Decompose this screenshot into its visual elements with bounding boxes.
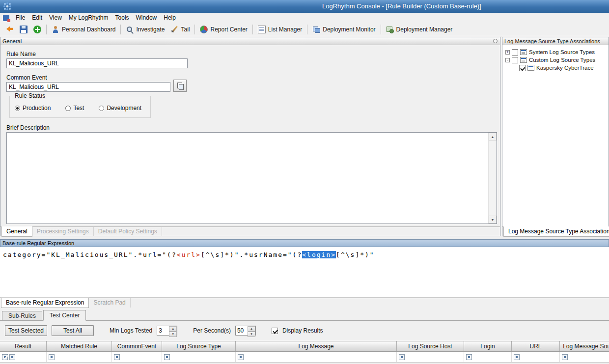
radio-option-production[interactable]: Production bbox=[15, 105, 51, 112]
column-header-commonevent[interactable]: CommonEvent bbox=[112, 341, 162, 351]
common-event-browse-button[interactable] bbox=[173, 80, 187, 92]
rule-name-label: Rule Name bbox=[6, 51, 36, 57]
test-selected-button[interactable]: Test Selected bbox=[5, 325, 47, 336]
menu-edit[interactable]: Edit bbox=[28, 13, 46, 22]
tab-log-message-source-type-associations[interactable]: Log Message Source Type Associations bbox=[503, 226, 609, 237]
radio-test-icon[interactable] bbox=[65, 106, 71, 111]
toolbar-separator bbox=[120, 25, 121, 34]
menu-help[interactable]: Help bbox=[160, 13, 179, 22]
radio-option-label: Production bbox=[23, 105, 51, 112]
toolbar-separator bbox=[252, 25, 253, 34]
common-event-input[interactable] bbox=[6, 82, 170, 92]
copy-icon bbox=[177, 83, 183, 89]
filter-icon[interactable] bbox=[164, 354, 170, 360]
tree-checkbox[interactable] bbox=[512, 49, 518, 56]
monitor-icon bbox=[312, 26, 320, 33]
toolbar-button-add-icon[interactable] bbox=[30, 24, 44, 35]
toolbar-button-list-manager[interactable]: List Manager bbox=[255, 24, 305, 35]
tab-scratch-pad[interactable]: Scratch Pad bbox=[89, 298, 130, 308]
filter-icon[interactable] bbox=[238, 354, 244, 360]
rule-status-label: Rule Status bbox=[13, 92, 47, 99]
radio-option-test[interactable]: Test bbox=[65, 105, 84, 112]
radio-option-label: Development bbox=[107, 105, 141, 112]
toolbar-button-personal-dashboard[interactable]: Personal Dashboard bbox=[49, 24, 118, 35]
filter-cell-log-source-type bbox=[162, 352, 236, 362]
stepper-up-icon[interactable]: ▲ bbox=[169, 326, 177, 332]
column-header-log-message-sou[interactable]: Log Message Sou bbox=[560, 341, 609, 351]
scroll-up-icon[interactable]: ▲ bbox=[489, 133, 497, 140]
toolbar-button-pointer-icon[interactable] bbox=[3, 24, 17, 35]
test-all-button[interactable]: Test All bbox=[52, 325, 94, 336]
toolbar-button-deployment-manager[interactable]: Deployment Manager bbox=[383, 24, 456, 35]
column-header-matched-rule[interactable]: Matched Rule bbox=[47, 341, 112, 351]
filter-icon[interactable] bbox=[562, 354, 568, 360]
column-header-log-source-host[interactable]: Log Source Host bbox=[397, 341, 464, 351]
menu-window[interactable]: Window bbox=[133, 13, 161, 22]
display-results-checkbox[interactable] bbox=[272, 328, 278, 334]
menu-file[interactable]: File bbox=[12, 13, 28, 22]
regex-token: [^\s]*)".*usrName="(? bbox=[201, 251, 302, 258]
common-event-label: Common Event bbox=[6, 74, 47, 81]
rule-name-input[interactable] bbox=[6, 58, 188, 68]
tree-checkbox[interactable] bbox=[512, 57, 518, 63]
brief-description-textarea[interactable]: ▲ ▼ bbox=[6, 132, 497, 224]
per-second-stepper[interactable]: 50 ▲ ▼ bbox=[235, 326, 256, 336]
tree-item-label: Kaspersky CyberTrace bbox=[536, 65, 594, 71]
column-header-login[interactable]: Login bbox=[464, 341, 512, 351]
tab-test-center[interactable]: Test Center bbox=[43, 310, 86, 321]
toolbar-button-deployment-monitor[interactable]: Deployment Monitor bbox=[309, 24, 378, 35]
tab-base-rule-regular-expression[interactable]: Base-rule Regular Expression bbox=[1, 298, 89, 308]
toolbar-button-tail[interactable]: Tail bbox=[167, 24, 193, 35]
tab-general[interactable]: General bbox=[1, 226, 32, 237]
filter-icon[interactable] bbox=[49, 354, 55, 360]
filter-icon[interactable] bbox=[399, 354, 405, 360]
toolbar-button-label: Tail bbox=[181, 26, 190, 33]
stepper-down-icon[interactable]: ▼ bbox=[169, 332, 177, 337]
stepper-down-icon[interactable]: ▼ bbox=[248, 332, 255, 337]
scrollbar[interactable]: ▲ ▼ bbox=[488, 133, 497, 224]
general-panel: General Rule Name Common Event Rule Stat… bbox=[0, 37, 500, 236]
general-panel-header: General bbox=[0, 37, 500, 45]
menu-my-logrhythm[interactable]: My LogRhythm bbox=[65, 13, 112, 22]
column-header-log-source-type[interactable]: Log Source Type bbox=[162, 341, 236, 351]
column-header-url[interactable]: URL bbox=[512, 341, 560, 351]
filter-icon[interactable] bbox=[9, 354, 15, 360]
tree-expander-icon[interactable]: - bbox=[505, 58, 510, 62]
tree-item-custom-log-source-types[interactable]: -Custom Log Source Types bbox=[502, 56, 609, 64]
document-icon bbox=[3, 15, 9, 21]
menu-view[interactable]: View bbox=[46, 13, 65, 22]
window-title: LogRhythm Console - [Rule Builder (Custo… bbox=[322, 2, 481, 10]
min-logs-stepper[interactable]: 3 ▲ ▼ bbox=[157, 326, 177, 336]
display-results-label: Display Results bbox=[282, 327, 323, 334]
column-header-result[interactable]: Result bbox=[0, 341, 47, 351]
filter-edit-icon[interactable] bbox=[2, 354, 8, 360]
tab-default-policy-settings: Default Policy Settings bbox=[94, 227, 162, 236]
tree-checkbox[interactable] bbox=[519, 65, 526, 71]
stepper-up-icon[interactable]: ▲ bbox=[248, 326, 255, 332]
radio-development-icon[interactable] bbox=[99, 106, 104, 111]
menu-tools[interactable]: Tools bbox=[112, 13, 133, 22]
toolbar-button-investigate[interactable]: Investigate bbox=[123, 24, 167, 35]
radio-option-development[interactable]: Development bbox=[99, 105, 141, 112]
regex-editor[interactable]: category="KL_Malicious_URL".*url="(?<url… bbox=[0, 247, 609, 298]
toolbar-button-label: Deployment Monitor bbox=[323, 26, 375, 33]
column-header-log-message[interactable]: Log Message bbox=[236, 341, 397, 351]
regex-token: <url> bbox=[177, 251, 201, 258]
tree-item-kaspersky-cybertrace[interactable]: Kaspersky CyberTrace bbox=[502, 64, 609, 72]
person-icon bbox=[52, 26, 59, 33]
toolbar-button-save-icon[interactable] bbox=[17, 24, 30, 35]
regex-section-header: Base-rule Regular Expression bbox=[0, 239, 609, 247]
radio-production-icon[interactable] bbox=[15, 106, 20, 111]
tree-expander-icon[interactable]: + bbox=[505, 50, 510, 55]
min-logs-value: 3 bbox=[157, 326, 169, 335]
filter-icon[interactable] bbox=[514, 354, 520, 360]
tab-sub-rules[interactable]: Sub-Rules bbox=[2, 311, 42, 320]
filter-icon[interactable] bbox=[114, 354, 120, 360]
tree-item-system-log-source-types[interactable]: +System Log Source Types bbox=[502, 48, 609, 56]
panel-options-icon[interactable] bbox=[493, 39, 498, 43]
scroll-down-icon[interactable]: ▼ bbox=[489, 216, 497, 224]
save-icon bbox=[20, 26, 28, 33]
toolbar-button-label: Investigate bbox=[136, 26, 165, 33]
toolbar-button-report-center[interactable]: Report Center bbox=[197, 24, 250, 35]
filter-icon[interactable] bbox=[466, 354, 472, 360]
